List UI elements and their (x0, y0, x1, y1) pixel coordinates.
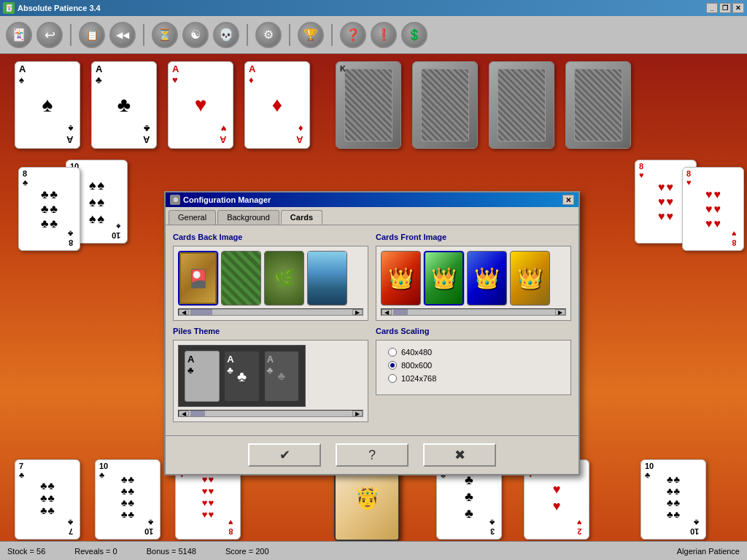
skull-button[interactable]: 💀 (213, 22, 239, 48)
dialog-close-button[interactable]: ✕ (562, 195, 574, 205)
toolbar-separator-5 (331, 24, 333, 46)
dialog-tabs: General Background Cards (166, 207, 578, 225)
card-ace-spades[interactable]: A♠ ♠ A♠ (15, 61, 80, 149)
new-game-button[interactable]: 🃏 (6, 22, 32, 48)
undo-button[interactable]: ↩ (36, 22, 63, 48)
toolbar-separator-2 (143, 24, 144, 46)
yin-yang-button[interactable]: ☯ (182, 22, 209, 48)
radio-800-input[interactable] (388, 361, 397, 370)
exclaim-button[interactable]: ❗ (371, 22, 397, 48)
card-front-3[interactable]: 👑 (467, 251, 507, 306)
deal-button[interactable]: 📋 (79, 22, 105, 48)
scroll-right-button[interactable]: ▶ (352, 309, 363, 315)
cards-scaling-box: 640x480 800x600 747x560 (376, 340, 571, 395)
card-back-2[interactable] (221, 251, 261, 306)
front-scroll-right[interactable]: ▶ (555, 309, 565, 315)
radio-1024-input[interactable] (388, 374, 397, 383)
card-10-clubs[interactable]: 10♣ ♣♣♣♣♣♣♣♣ 10♣ (95, 459, 160, 540)
card-front-4[interactable]: 👑 (510, 251, 550, 306)
restore-button[interactable]: ❐ (719, 3, 731, 13)
configuration-dialog: ⚙ Configuration Manager ✕ General Backgr… (164, 191, 580, 475)
card-front-2[interactable]: 👑 (424, 251, 464, 306)
card-front-1[interactable]: 👑 (381, 251, 421, 306)
ok-button[interactable]: ✔ (248, 443, 321, 467)
piles-scrollbar[interactable]: ◀ ▶ (178, 410, 363, 417)
title-bar: 🃏 Absolute Patience 3.4 _ ❐ ✕ (0, 0, 747, 16)
king-card-1[interactable]: K K (336, 61, 401, 149)
cards-front-section: Cards Front Image 👑 👑 (376, 233, 571, 321)
card-back-thumbs: 🎴 🌿 (178, 251, 363, 306)
card-8-hearts-right2[interactable]: 8♥ ♥♥♥♥♥♥ 8♥ (682, 167, 744, 251)
card-back-1[interactable]: 🎴 (178, 251, 218, 306)
dialog-title: Configuration Manager (183, 195, 271, 204)
stock-status: Stock = 56 (7, 547, 45, 556)
card-ace-clubs[interactable]: A♣ ♣ A♣ (91, 61, 157, 149)
settings-button[interactable]: ⚙ (255, 22, 282, 48)
dialog-icon: ⚙ (170, 195, 180, 205)
radio-800-label: 800x600 (401, 361, 432, 370)
tab-cards[interactable]: Cards (281, 210, 322, 225)
trophy-button[interactable]: 🏆 (298, 22, 324, 48)
piles-scroll-thumb[interactable] (190, 411, 205, 416)
reveals-status: Reveals = 0 (74, 547, 117, 556)
toolbar-separator-1 (70, 24, 71, 46)
cards-front-label: Cards Front Image (376, 233, 571, 241)
radio-640[interactable]: 640x480 (388, 348, 559, 357)
help-button[interactable]: ❓ (340, 22, 366, 48)
pile-card-1: A♣ (185, 351, 220, 402)
piles-theme-label: Piles Theme (173, 327, 368, 335)
tab-general[interactable]: General (169, 210, 216, 225)
minimize-button[interactable]: _ (706, 3, 718, 13)
game-name-status: Algerian Patience (677, 547, 740, 556)
cancel-button[interactable]: ✖ (423, 443, 496, 467)
cards-scaling-section: Cards Scaling 640x480 800x600 (376, 327, 571, 395)
back-button[interactable]: ◀◀ (109, 22, 136, 48)
card-back-4[interactable] (307, 251, 347, 306)
piles-demo: A♣ A♣ ♣ A♣ ♣ (178, 345, 306, 407)
piles-theme-box: A♣ A♣ ♣ A♣ ♣ (173, 340, 368, 422)
scroll-thumb[interactable] (190, 309, 212, 315)
dialog-content: Cards Back Image 🎴 (166, 225, 578, 435)
piles-scroll-left[interactable]: ◀ (179, 411, 189, 416)
piles-scroll-right[interactable]: ▶ (352, 411, 363, 416)
king-card-3[interactable] (489, 61, 554, 149)
toolbar-separator-3 (247, 24, 248, 46)
card-ace-diamonds[interactable]: A♦ ♦ A♦ (244, 61, 310, 149)
close-button[interactable]: ✕ (732, 3, 744, 13)
dialog-left-col: Cards Back Image 🎴 (173, 233, 368, 428)
window-controls: _ ❐ ✕ (706, 3, 744, 13)
cards-back-box: 🎴 🌿 (173, 246, 368, 321)
cards-back-scrollbar[interactable]: ◀ ▶ (178, 308, 363, 316)
radio-800[interactable]: 800x600 (388, 361, 559, 370)
scroll-left-button[interactable]: ◀ (179, 309, 189, 315)
card-front-thumbs: 👑 👑 👑 (381, 251, 566, 306)
piles-theme-section: Piles Theme A♣ A♣ ♣ A♣ (173, 327, 368, 422)
front-scroll-thumb[interactable] (393, 309, 408, 315)
radio-640-input[interactable] (388, 348, 397, 357)
king-card-2[interactable] (412, 61, 478, 149)
front-scroll-left[interactable]: ◀ (382, 309, 392, 315)
tab-background[interactable]: Background (217, 210, 279, 225)
dialog-titlebar: ⚙ Configuration Manager ✕ (166, 192, 578, 207)
dialog-two-col: Cards Back Image 🎴 (173, 233, 571, 428)
game-area: A♠ ♠ A♠ A♣ ♣ A♣ A♥ ♥ A♥ A♦ ♦ A♦ K K (0, 54, 747, 541)
card-7-clubs[interactable]: 7♣ ♣♣♣♣♣♣ 7♣ (15, 459, 80, 540)
card-back-3[interactable]: 🌿 (264, 251, 304, 306)
card-ace-hearts[interactable]: A♥ ♥ A♥ (168, 61, 233, 149)
pile-card-2: A♣ ♣ (224, 351, 259, 402)
pile-card-3: A♣ ♣ (264, 351, 299, 402)
card-10-clubs-2[interactable]: 10♣ ♣♣♣♣♣♣♣♣ 10♣ (640, 459, 706, 540)
cards-back-label: Cards Back Image (173, 233, 368, 241)
king-card-4[interactable] (565, 61, 631, 149)
help-dlg-button[interactable]: ? (336, 443, 409, 467)
cards-scaling-label: Cards Scaling (376, 327, 571, 335)
bonus-status: Bonus = 5148 (147, 547, 196, 556)
dialog-right-col: Cards Front Image 👑 👑 (376, 233, 571, 428)
timer-button[interactable]: ⏳ (152, 22, 178, 48)
card-8-clubs-left[interactable]: 8♣ ♣♣♣♣♣♣ 8♣ (18, 167, 80, 251)
cards-back-section: Cards Back Image 🎴 (173, 233, 368, 321)
money-button[interactable]: 💲 (401, 22, 427, 48)
radio-1024[interactable]: 747x560 (388, 374, 559, 383)
cards-front-box: 👑 👑 👑 (376, 246, 571, 321)
cards-front-scrollbar[interactable]: ◀ ▶ (381, 308, 566, 316)
